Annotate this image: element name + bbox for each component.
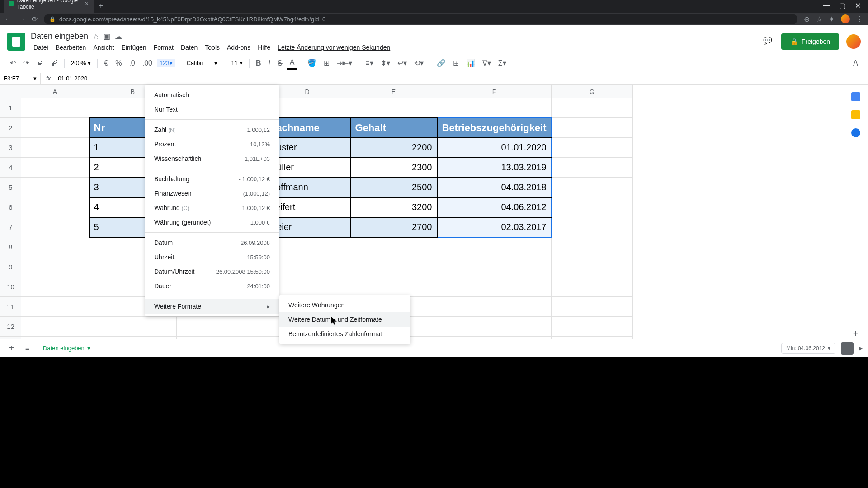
reload-icon[interactable]: ⟳ xyxy=(32,15,38,23)
sheets-logo-icon[interactable] xyxy=(7,33,25,51)
menu-item-percent[interactable]: Prozent10,12% xyxy=(145,137,279,151)
filter-icon[interactable]: ∇▾ xyxy=(480,57,494,69)
table-cell[interactable]: 04.03.2018 xyxy=(437,178,552,197)
menu-addons[interactable]: Add-ons xyxy=(224,43,253,52)
col-header[interactable]: F xyxy=(437,85,552,98)
star-icon[interactable]: ☆ xyxy=(816,15,822,23)
table-cell[interactable]: 2200 xyxy=(350,138,437,158)
name-box[interactable]: F3:F7▾ xyxy=(0,73,41,84)
menu-item-currency-rounded[interactable]: Währung (gerundet)1.000 € xyxy=(145,215,279,230)
col-header[interactable]: G xyxy=(552,85,633,98)
wrap-icon[interactable]: ↩▾ xyxy=(395,57,410,69)
menu-item-financial[interactable]: Finanzwesen(1.000,12) xyxy=(145,186,279,201)
table-cell[interactable]: 02.03.2017 xyxy=(437,217,552,237)
paint-format-icon[interactable]: 🖌 xyxy=(48,57,61,69)
menu-item-scientific[interactable]: Wissenschaftlich1,01E+03 xyxy=(145,151,279,166)
row-header[interactable]: 11 xyxy=(0,297,21,317)
currency-icon[interactable]: € xyxy=(101,57,111,69)
menu-bearbeiten[interactable]: Bearbeiten xyxy=(53,43,89,52)
menu-item-auto[interactable]: Automatisch xyxy=(145,88,279,102)
close-icon[interactable]: × xyxy=(85,0,89,7)
row-header[interactable]: 3 xyxy=(0,138,21,158)
explore-button[interactable] xyxy=(841,342,854,355)
undo-icon[interactable]: ↶ xyxy=(7,57,19,69)
menu-icon[interactable]: ⋮ xyxy=(856,15,863,23)
last-edit-link[interactable]: Letzte Änderung vor wenigen Sekunden xyxy=(275,43,393,52)
table-cell[interactable]: 3200 xyxy=(350,197,437,217)
share-button[interactable]: 🔒 Freigeben xyxy=(781,33,839,50)
browser-tab[interactable]: Daten eingeben - Google Tabelle × xyxy=(4,0,94,13)
table-cell[interactable]: 04.06.2012 xyxy=(437,197,552,217)
row-header[interactable]: 5 xyxy=(0,178,21,197)
back-icon[interactable]: ← xyxy=(5,15,12,23)
table-cell[interactable]: 01.01.2020 xyxy=(437,138,552,158)
menu-datei[interactable]: Datei xyxy=(31,43,51,52)
menu-format[interactable]: Format xyxy=(151,43,176,52)
menu-item-currency[interactable]: Währung (C)1.000,12 € xyxy=(145,201,279,215)
user-avatar[interactable] xyxy=(846,34,861,49)
table-cell[interactable]: 2300 xyxy=(350,158,437,178)
minimize-icon[interactable]: — xyxy=(823,1,830,10)
comments-icon[interactable]: 💬 xyxy=(763,36,774,47)
zoom-icon[interactable]: ⊕ xyxy=(804,15,810,23)
side-panel-toggle-icon[interactable]: ▸ xyxy=(859,344,863,352)
calendar-icon[interactable] xyxy=(851,92,860,101)
close-window-icon[interactable]: ✕ xyxy=(855,1,861,10)
select-all-corner[interactable] xyxy=(0,85,21,98)
row-header[interactable]: 1 xyxy=(0,98,21,118)
table-cell[interactable]: 2700 xyxy=(350,217,437,237)
keep-icon[interactable] xyxy=(851,110,860,119)
sheet-tab[interactable]: Daten eingeben▾ xyxy=(37,341,97,355)
url-input[interactable]: 🔒 docs.google.com/spreadsheets/d/15_k45N… xyxy=(44,14,797,24)
chart-icon[interactable]: 📊 xyxy=(463,57,478,69)
menu-item-number[interactable]: Zahl (N)1.000,12 xyxy=(145,122,279,137)
menu-item-date[interactable]: Datum26.09.2008 xyxy=(145,235,279,250)
menu-item-datetime[interactable]: Datum/Uhrzeit26.09.2008 15:59:00 xyxy=(145,264,279,279)
add-sheet-button[interactable]: + xyxy=(5,341,18,355)
link-icon[interactable]: 🔗 xyxy=(434,57,448,69)
print-icon[interactable]: 🖨 xyxy=(33,57,46,69)
doc-title[interactable]: Daten eingeben xyxy=(31,32,88,41)
table-header[interactable]: Betriebszugehörigkeit xyxy=(437,118,552,138)
table-cell[interactable]: 2500 xyxy=(350,178,437,197)
zoom-select[interactable]: 200%▾ xyxy=(68,59,94,67)
rotate-icon[interactable]: ⟲▾ xyxy=(411,57,426,69)
font-select[interactable]: Calibri▾ xyxy=(183,59,221,67)
table-header[interactable]: Gehalt xyxy=(350,118,437,138)
comment-cell-icon[interactable]: ⊞ xyxy=(450,57,462,69)
menu-item-time[interactable]: Uhrzeit15:59:00 xyxy=(145,250,279,264)
menu-daten[interactable]: Daten xyxy=(178,43,200,52)
row-header[interactable]: 12 xyxy=(0,317,21,337)
col-header[interactable]: E xyxy=(350,85,437,98)
bold-icon[interactable]: B xyxy=(253,57,264,69)
valign-icon[interactable]: ⬍▾ xyxy=(378,57,393,69)
formula-input[interactable]: 01.01.2020 xyxy=(56,73,868,84)
text-color-icon[interactable]: A xyxy=(287,56,297,70)
row-header[interactable]: 6 xyxy=(0,197,21,217)
menu-hilfe[interactable]: Hilfe xyxy=(255,43,273,52)
fill-color-icon[interactable]: 🪣 xyxy=(305,57,319,69)
row-header[interactable]: 4 xyxy=(0,158,21,178)
menu-einfuegen[interactable]: Einfügen xyxy=(118,43,149,52)
menu-item-more-date-formats[interactable]: Weitere Datums- und Zeitformate xyxy=(279,312,410,327)
collapse-toolbar-icon[interactable]: ᐱ xyxy=(850,57,861,69)
new-tab-button[interactable]: + xyxy=(94,0,108,13)
menu-item-duration[interactable]: Dauer24:01:00 xyxy=(145,279,279,293)
row-header[interactable]: 10 xyxy=(0,277,21,297)
spreadsheet-grid[interactable]: A B C D E F G 1 2 Nr Vorname Nachname Ge… xyxy=(0,85,843,339)
italic-icon[interactable]: I xyxy=(266,57,273,69)
menu-ansicht[interactable]: Ansicht xyxy=(90,43,117,52)
menu-item-custom-number-format[interactable]: Benutzerdefiniertes Zahlenformat xyxy=(279,327,410,341)
row-header[interactable]: 8 xyxy=(0,237,21,257)
all-sheets-button[interactable]: ≡ xyxy=(22,343,33,354)
add-sidepanel-icon[interactable]: + xyxy=(853,328,859,339)
star-doc-icon[interactable]: ☆ xyxy=(93,32,99,41)
functions-icon[interactable]: Σ▾ xyxy=(495,57,509,69)
extensions-icon[interactable]: ✦ xyxy=(829,15,835,23)
move-icon[interactable]: ▣ xyxy=(104,32,110,41)
menu-item-accounting[interactable]: Buchhaltung- 1.000,12 € xyxy=(145,172,279,186)
menu-tools[interactable]: Tools xyxy=(202,43,222,52)
dec-decrease-icon[interactable]: .0 xyxy=(126,57,137,69)
menu-item-plaintext[interactable]: Nur Text xyxy=(145,102,279,117)
maximize-icon[interactable]: ▢ xyxy=(839,1,846,10)
